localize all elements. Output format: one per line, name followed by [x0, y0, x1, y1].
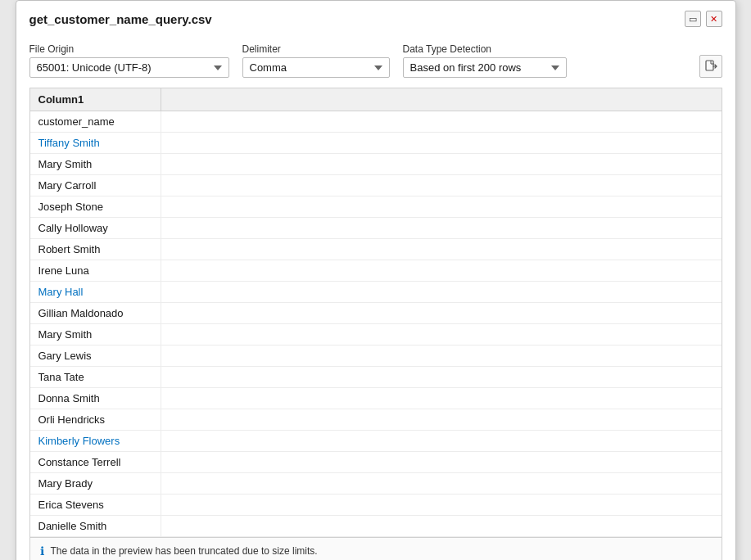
table-cell: Donna Smith	[30, 388, 161, 409]
delimiter-select[interactable]: CommaSemicolonTabSpaceCustom	[242, 57, 390, 78]
table-cell: Orli Hendricks	[30, 409, 161, 430]
data-table-container: Column1 customer_nameTiffany SmithMary S…	[29, 88, 722, 560]
table-row: Erica Stevens	[30, 495, 722, 516]
table-cell: Erica Stevens	[30, 495, 161, 515]
table-row: Mary Smith	[30, 324, 722, 345]
table-cell: Mary Carroll	[30, 175, 161, 196]
table-row: Orli Hendricks	[30, 409, 722, 431]
table-row: Cally Holloway	[30, 218, 722, 239]
table-row: Gillian Maldonado	[30, 303, 722, 324]
table-cell: Joseph Stone	[30, 196, 161, 217]
column-header: Column1	[30, 88, 161, 111]
data-type-detection-group: Data Type Detection Based on first 200 r…	[403, 43, 567, 78]
table-cell: Mary Hall	[30, 282, 161, 302]
data-type-detection-label: Data Type Detection	[403, 43, 567, 55]
table-row: Gary Lewis	[30, 345, 722, 367]
dialog: get_customer_name_query.csv ▭ ✕ File Ori…	[16, 0, 736, 560]
table-row: Mary Brady	[30, 473, 722, 495]
delimiter-label: Delimiter	[242, 43, 390, 55]
svg-rect-0	[706, 61, 713, 70]
table-row: Donna Smith	[30, 388, 722, 409]
table-cell: Mary Smith	[30, 154, 161, 174]
table-cell: Gillian Maldonado	[30, 303, 161, 323]
content-area: File Origin 65001: Unicode (UTF-8)1252: …	[16, 34, 735, 560]
file-origin-label: File Origin	[29, 43, 229, 55]
table-cell: customer_name	[30, 111, 161, 132]
file-export-icon	[704, 60, 717, 73]
title-controls: ▭ ✕	[685, 11, 722, 27]
file-origin-select[interactable]: 65001: Unicode (UTF-8)1252: Western Euro…	[29, 57, 229, 78]
table-row: Kimberly Flowers	[30, 431, 722, 452]
dialog-title: get_customer_name_query.csv	[29, 12, 212, 26]
table-header: Column1	[30, 88, 722, 111]
table-cell: Tana Tate	[30, 367, 161, 387]
close-button[interactable]: ✕	[706, 11, 722, 27]
info-icon: ℹ	[40, 544, 44, 558]
table-row: Constance Terrell	[30, 452, 722, 473]
file-origin-group: File Origin 65001: Unicode (UTF-8)1252: …	[29, 43, 229, 78]
table-row: Tana Tate	[30, 367, 722, 388]
table-cell: Constance Terrell	[30, 452, 161, 472]
minimize-button[interactable]: ▭	[685, 11, 701, 27]
table-row: customer_name	[30, 111, 722, 133]
table-row: Mary Smith	[30, 154, 722, 175]
table-row: Tiffany Smith	[30, 133, 722, 154]
table-row: Mary Hall	[30, 282, 722, 303]
table-row: Robert Smith	[30, 239, 722, 260]
table-body[interactable]: customer_nameTiffany SmithMary SmithMary…	[30, 111, 722, 537]
options-row: File Origin 65001: Unicode (UTF-8)1252: …	[29, 43, 722, 78]
table-cell: Irene Luna	[30, 260, 161, 281]
table-cell: Mary Brady	[30, 473, 161, 494]
table-cell: Kimberly Flowers	[30, 431, 161, 451]
table-cell: Danielle Smith	[30, 516, 161, 536]
delimiter-group: Delimiter CommaSemicolonTabSpaceCustom	[242, 43, 390, 78]
table-row: Joseph Stone	[30, 196, 722, 218]
info-message: The data in the preview has been truncat…	[51, 545, 318, 557]
title-bar: get_customer_name_query.csv ▭ ✕	[16, 1, 735, 34]
table-cell: Cally Holloway	[30, 218, 161, 238]
table-cell: Gary Lewis	[30, 345, 161, 366]
file-icon-button[interactable]	[699, 55, 722, 78]
table-cell: Robert Smith	[30, 239, 161, 260]
info-bar: ℹ The data in the preview has been trunc…	[30, 537, 722, 560]
table-row: Irene Luna	[30, 260, 722, 282]
data-type-detection-select[interactable]: Based on first 200 rowsBased on entire d…	[403, 57, 567, 78]
table-cell: Mary Smith	[30, 324, 161, 345]
table-row: Mary Carroll	[30, 175, 722, 196]
table-row: Danielle Smith	[30, 516, 722, 537]
table-cell: Tiffany Smith	[30, 133, 161, 153]
